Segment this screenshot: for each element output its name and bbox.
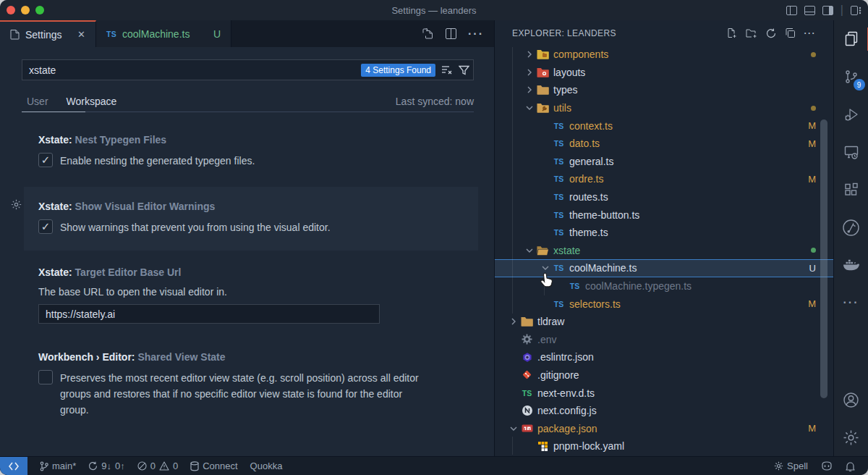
git-sync-status[interactable]: 9↓ 0↑ — [88, 461, 124, 471]
tree-item-label: package.json — [537, 423, 597, 434]
activity-docker-icon[interactable] — [834, 246, 868, 284]
tree-item-next-env-d-ts[interactable]: TSnext-env.d.ts — [495, 384, 833, 402]
chevron-down-icon — [506, 425, 521, 432]
tree-item-selectors-ts[interactable]: TSselectors.tsM — [495, 295, 833, 313]
tree-item-package-json[interactable]: package.jsonM — [495, 419, 833, 437]
tree-item--eslintrc-json[interactable]: .eslintrc.json — [495, 348, 833, 366]
tab-settings[interactable]: Settings ✕ — [0, 20, 96, 47]
setting-nest-typegen: Xstate: Nest Typegen Files ✓ Enable nest… — [38, 134, 255, 169]
activity-run-debug-icon[interactable] — [834, 96, 868, 133]
tree-item-general-ts[interactable]: TSgeneral.ts — [495, 153, 833, 171]
git-decoration-dot — [811, 248, 816, 253]
settings-search-input[interactable]: xstate 4 Settings Found — [22, 59, 474, 80]
show-warnings-checkbox[interactable]: ✓ — [38, 219, 53, 234]
tab-settings-label: Settings — [25, 29, 62, 41]
next-icon — [521, 405, 533, 416]
more-actions-icon[interactable]: ··· — [468, 28, 484, 41]
shared-view-state-checkbox[interactable] — [38, 370, 53, 384]
tab-coolmachine-label: coolMachine.ts — [122, 28, 190, 40]
open-settings-json-icon[interactable] — [422, 28, 434, 40]
toggle-sidebar-icon[interactable] — [786, 6, 797, 15]
git-branch-status[interactable]: main* — [40, 461, 76, 471]
filter-settings-icon[interactable] — [459, 65, 469, 75]
git-status-badge: M — [808, 423, 816, 434]
branch-name: main* — [52, 461, 76, 471]
copilot-status-icon[interactable] — [821, 461, 833, 471]
tree-item-ordre-ts[interactable]: TSordre.tsM — [495, 170, 833, 188]
error-count: 0 — [150, 461, 156, 471]
tree-item-pnpm-lock-yaml[interactable]: pnpm-lock.yaml — [495, 437, 833, 455]
nest-typegen-checkbox[interactable]: ✓ — [38, 153, 53, 167]
folder-icon — [521, 316, 533, 327]
scope-tab-user[interactable]: User — [27, 96, 48, 107]
base-url-input[interactable]: https://stately.ai — [38, 304, 380, 324]
tree-item-routes-ts[interactable]: TSroutes.ts — [495, 188, 833, 206]
sync-incoming: 9↓ — [101, 461, 111, 471]
account-icon[interactable] — [834, 381, 868, 419]
split-editor-icon[interactable] — [446, 28, 456, 39]
explorer-more-actions-icon[interactable]: ··· — [804, 28, 817, 38]
setting-description: The base URL to open the visual editor i… — [38, 286, 227, 298]
tree-item-label: xstate — [553, 245, 580, 256]
chevron-right-icon — [522, 69, 537, 76]
settings-gear-icon[interactable] — [834, 419, 868, 456]
tree-item-xstate[interactable]: xstate — [495, 242, 833, 260]
remote-indicator[interactable] — [0, 457, 27, 475]
activity-remote-explorer-icon[interactable] — [834, 133, 868, 171]
explorer-scrollbar[interactable] — [820, 119, 827, 398]
activity-extensions-icon[interactable] — [834, 171, 868, 209]
connect-status[interactable]: Connect — [190, 461, 237, 471]
refresh-explorer-icon[interactable] — [766, 28, 776, 38]
tree-item-next-config-js[interactable]: next.config.js — [495, 402, 833, 420]
tree-item-tldraw[interactable]: tldraw — [495, 313, 833, 331]
window-title: Settings — leanders — [0, 5, 868, 16]
chevron-right-icon — [522, 86, 537, 93]
ts-icon: TS — [553, 138, 565, 149]
activity-explorer-icon[interactable] — [834, 20, 868, 58]
customize-layout-icon[interactable] — [851, 6, 862, 15]
collapse-folders-icon[interactable] — [785, 28, 796, 38]
status-bar: main* 9↓ 0↑ 0 0 Connect Quokka Spell — [0, 456, 868, 475]
activity-bar: 9 ··· — [833, 20, 868, 456]
npm-icon — [521, 423, 533, 434]
setting-name: Shared View State — [137, 351, 225, 363]
tree-item-components[interactable]: components — [495, 46, 833, 64]
tree-item-layouts[interactable]: layouts — [495, 64, 833, 82]
spell-checker-status[interactable]: Spell — [774, 461, 808, 471]
problems-status[interactable]: 0 0 — [137, 461, 178, 471]
new-file-icon[interactable] — [726, 28, 737, 38]
tree-item--env[interactable]: .env — [495, 331, 833, 349]
activity-source-control-icon[interactable]: 9 — [834, 58, 868, 96]
tree-item-theme-ts[interactable]: TStheme.ts — [495, 224, 833, 242]
tree-item-types[interactable]: types — [495, 81, 833, 99]
notifications-bell-icon[interactable] — [846, 461, 855, 471]
toggle-panel-icon[interactable] — [804, 6, 815, 15]
tree-item-label: coolMachine.typegen.ts — [585, 280, 692, 292]
settings-search-value: xstate — [29, 64, 56, 76]
tree-item-context-ts[interactable]: TScontext.tsM — [495, 117, 833, 135]
tree-item-utils[interactable]: utils — [495, 99, 833, 117]
toggle-secondary-sidebar-icon[interactable] — [822, 6, 833, 15]
tree-item-label: .eslintrc.json — [537, 351, 594, 363]
setting-category: Xstate: — [38, 266, 75, 278]
activity-music-extension-icon[interactable] — [834, 209, 868, 246]
setting-gear-icon[interactable] — [11, 199, 22, 210]
quokka-status[interactable]: Quokka — [250, 461, 283, 471]
tree-item-theme-button-ts[interactable]: TStheme-button.ts — [495, 206, 833, 224]
scope-tab-workspace[interactable]: Workspace — [67, 96, 117, 107]
close-tab-icon[interactable]: ✕ — [77, 29, 85, 40]
tree-item-label: .gitignore — [537, 369, 579, 381]
activity-more-icon[interactable]: ··· — [834, 284, 868, 321]
new-folder-icon[interactable] — [746, 28, 757, 38]
git-status-badge: M — [808, 298, 816, 309]
clear-settings-filter-icon[interactable] — [441, 65, 453, 75]
setting-shared-view-state: Workbench › Editor: Shared View State Pr… — [38, 351, 433, 418]
settings-found-badge: 4 Settings Found — [361, 64, 435, 77]
tree-item-dato-ts[interactable]: TSdato.tsM — [495, 135, 833, 153]
tree-item--gitignore[interactable]: .gitignore — [495, 366, 833, 384]
ts-icon: TS — [553, 298, 565, 310]
folder-open-icon — [537, 245, 549, 256]
setting-name: Show Visual Editor Warnings — [75, 201, 216, 212]
settings-editor: xstate 4 Settings Found User Workspace L… — [0, 47, 494, 456]
tab-coolmachine[interactable]: TS coolMachine.ts U — [96, 20, 231, 47]
